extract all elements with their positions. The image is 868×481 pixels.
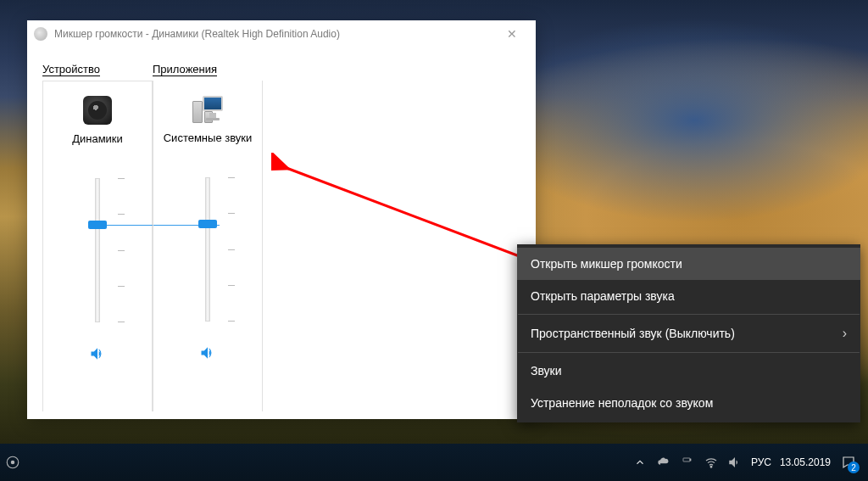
tray-network-icon[interactable] <box>704 455 719 470</box>
taskbar-sound-icon[interactable] <box>5 455 20 470</box>
chevron-right-icon: › <box>843 326 847 341</box>
channel-device: Динамики <box>42 81 153 411</box>
separator <box>518 352 860 353</box>
ctx-sounds[interactable]: Звуки <box>517 355 860 387</box>
window-icon <box>34 27 47 41</box>
slider-thumb[interactable] <box>198 220 217 228</box>
device-column: Устройство Динамики <box>42 63 153 419</box>
separator <box>518 314 860 315</box>
speaker-device-icon[interactable] <box>82 95 113 126</box>
mute-button[interactable] <box>197 342 219 364</box>
volume-mixer-window: Микшер громкости - Динамики (Realtek Hig… <box>27 20 536 419</box>
channel-label: Динамики <box>72 132 123 163</box>
taskbar[interactable]: РУС 13.05.2019 2 <box>0 444 868 481</box>
svg-rect-4 <box>690 459 691 461</box>
channel-system-sounds: Системные звуки <box>153 81 263 411</box>
slider-thumb[interactable] <box>88 221 107 229</box>
apps-section-label: Приложения <box>153 63 520 76</box>
volume-slider[interactable] <box>81 178 114 322</box>
svg-rect-3 <box>683 458 690 461</box>
ctx-spatial-sound[interactable]: Пространственный звук (Выключить)› <box>517 316 860 350</box>
device-section-label: Устройство <box>42 63 153 76</box>
sound-context-menu: Открыть микшер громкости Открыть парамет… <box>517 244 860 422</box>
tray-chevron-up-icon[interactable] <box>632 455 648 470</box>
svg-point-2 <box>11 461 15 465</box>
mute-button[interactable] <box>86 343 108 365</box>
mixer-body: Устройство Динамики Приложения <box>27 48 536 419</box>
notification-center-icon[interactable]: 2 <box>839 453 858 472</box>
tray-volume-icon[interactable] <box>727 455 743 470</box>
tray-language[interactable]: РУС <box>751 456 771 468</box>
titlebar[interactable]: Микшер громкости - Динамики (Realtek Hig… <box>27 20 536 48</box>
svg-point-5 <box>710 466 712 467</box>
tray-battery-icon[interactable] <box>680 455 695 470</box>
ctx-open-sound-settings[interactable]: Открыть параметры звука <box>517 280 860 312</box>
volume-slider[interactable] <box>191 177 225 322</box>
apps-column: Приложения Системные звуки <box>153 63 520 419</box>
ctx-troubleshoot[interactable]: Устранение неполадок со звуком <box>517 387 860 419</box>
notification-badge: 2 <box>848 461 860 473</box>
channel-label: Системные звуки <box>164 131 253 162</box>
tray-date[interactable]: 13.05.2019 <box>780 456 831 468</box>
system-tray: РУС 13.05.2019 2 <box>632 453 863 472</box>
close-button[interactable]: ✕ <box>495 27 529 41</box>
ctx-open-mixer[interactable]: Открыть микшер громкости <box>517 248 860 280</box>
system-sounds-icon[interactable] <box>192 94 223 125</box>
tray-onedrive-icon[interactable] <box>656 455 671 470</box>
window-title: Микшер громкости - Динамики (Realtek Hig… <box>54 28 495 40</box>
